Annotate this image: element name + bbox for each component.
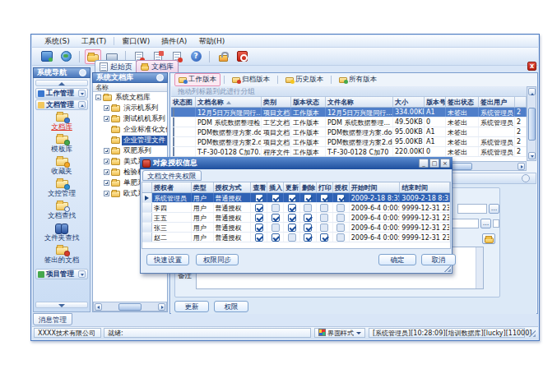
ui-style-selector[interactable]: 界面样式 <box>314 328 365 338</box>
dialog-resize-grip[interactable] <box>444 265 451 272</box>
collapse-icon[interactable] <box>78 101 86 108</box>
menu-item[interactable]: 工具(T) <box>76 35 113 48</box>
help-button[interactable]: ? <box>188 49 204 64</box>
checked-checkbox[interactable] <box>336 194 345 202</box>
pin-icon[interactable] <box>522 174 530 182</box>
checked-checkbox[interactable] <box>288 224 296 232</box>
column-header-授权者[interactable]: 授权者 <box>152 182 192 192</box>
ok-button[interactable]: 确定 <box>378 254 416 265</box>
nav-scroll-down[interactable] <box>35 302 88 308</box>
column-header-查看[interactable]: 查看 <box>251 182 267 192</box>
nav-section-项目管理[interactable]: 项目管理 <box>35 269 88 279</box>
expand-icon[interactable] <box>104 105 109 111</box>
globe-button[interactable] <box>58 49 74 64</box>
checked-checkbox[interactable] <box>288 204 296 212</box>
close-icon[interactable]: × <box>440 159 450 168</box>
detail-field-3[interactable] <box>493 219 499 228</box>
checked-checkbox[interactable] <box>255 204 263 212</box>
column-header-版本号[interactable]: 版本号 <box>425 97 446 108</box>
expand-icon[interactable] <box>104 180 109 186</box>
update-button[interactable]: 更新 <box>174 301 209 312</box>
tree-node-系统文档库[interactable]: 系统文档库 <box>93 92 167 103</box>
column-header-更新[interactable]: 更新 <box>284 182 300 192</box>
checked-checkbox[interactable] <box>255 224 263 232</box>
permission-button[interactable]: 权限 <box>214 301 248 312</box>
unchecked-checkbox[interactable] <box>336 204 345 212</box>
tree-panel-button[interactable] <box>156 74 164 81</box>
scroll-left-icon[interactable] <box>95 303 102 311</box>
table-vscrollbar[interactable] <box>527 86 536 161</box>
table-vscroll-thumb[interactable] <box>528 108 536 141</box>
nav-collapse-icon[interactable] <box>79 69 86 76</box>
sidebar-item-模板库[interactable]: 模板库 <box>35 134 88 155</box>
menu-item[interactable]: 系统(S) <box>39 35 76 48</box>
tree-node-企业标准化文件[interactable]: 企业标准化文件 <box>93 124 167 135</box>
column-header-授权方式[interactable]: 授权方式 <box>214 182 252 192</box>
window-resize-grip[interactable] <box>528 330 536 337</box>
column-header-授权[interactable]: 授权 <box>333 182 350 192</box>
browse-button[interactable]: ... <box>480 219 491 228</box>
tab-message-management[interactable]: 消息管理 <box>33 313 72 325</box>
group-by-bar[interactable]: 拖动列标题到此进行分组 <box>171 86 527 97</box>
table-row[interactable]: 12月5日万兴隆同行...项目文档工作版本12月5日万兴隆同行...334.00… <box>171 108 527 118</box>
remark-scrollbar[interactable] <box>476 247 483 288</box>
menu-item[interactable]: 插件(A) <box>155 35 193 48</box>
checked-checkbox[interactable] <box>320 194 328 202</box>
unchecked-checkbox[interactable] <box>304 204 312 212</box>
tree-node-企业管理文件[interactable]: 企业管理文件 <box>93 135 167 145</box>
checked-checkbox[interactable] <box>255 194 263 202</box>
column-header-签出状态[interactable]: 签出状态 <box>446 97 479 108</box>
unchecked-checkbox[interactable] <box>272 224 280 232</box>
column-header-签出用户[interactable]: 签出用户 <box>479 97 515 108</box>
column-header-版本状态[interactable]: 版本状态 <box>291 97 326 108</box>
unchecked-checkbox[interactable] <box>320 204 328 212</box>
table-row[interactable]: PDM 系统数据整理检...工艺文档工作版本PDM 系统数据整理...49.50… <box>171 118 527 127</box>
sidebar-item-文控管理[interactable]: 文控管理 <box>35 178 88 200</box>
expand-icon[interactable] <box>104 116 109 122</box>
scroll-right-icon[interactable] <box>517 163 525 170</box>
unchecked-checkbox[interactable] <box>336 233 345 242</box>
unchecked-checkbox[interactable] <box>320 224 328 232</box>
detail-field-1[interactable] <box>457 204 487 214</box>
version-button-历史版本[interactable]: 历史版本 <box>281 73 327 86</box>
tab-doc-folder-permission[interactable]: 文档文件夹权限 <box>142 170 202 181</box>
column-header-删除[interactable]: 删除 <box>300 182 317 192</box>
tree-hscroll-thumb[interactable] <box>118 303 142 311</box>
minimize-icon[interactable]: _ <box>419 159 429 168</box>
checked-checkbox[interactable] <box>304 194 312 202</box>
column-header-extra[interactable] <box>515 97 527 108</box>
quick-setup-button[interactable]: 快速设置 <box>146 254 189 265</box>
tree-node-双肥系列[interactable]: 双肥系列 <box>93 145 167 156</box>
column-header-文档名称[interactable]: 文档名称 <box>196 97 262 108</box>
nav-section-文档管理[interactable]: 文档管理 <box>35 99 88 110</box>
expand-icon[interactable] <box>78 90 86 97</box>
tree-node-测试机机系列[interactable]: 测试机机系列 <box>93 113 167 124</box>
sidebar-item-文档库[interactable]: 文档库 <box>35 112 88 133</box>
tab-start-page[interactable]: 起始页 <box>95 60 137 72</box>
column-header-文件名称[interactable]: 文件名称 <box>326 97 393 108</box>
column-header-大小[interactable]: 大小 <box>393 97 425 108</box>
column-header-状态图[interactable]: 状态图 <box>171 97 196 108</box>
detail-field-2[interactable] <box>451 219 479 228</box>
unchecked-checkbox[interactable] <box>336 224 345 232</box>
column-header-打印[interactable]: 打印 <box>317 182 333 192</box>
unchecked-checkbox[interactable] <box>320 214 328 222</box>
authorization-row[interactable]: 系统管理员用户普通授权2009-2-18 8:35:573009-2-18 8:… <box>142 193 450 203</box>
checked-checkbox[interactable] <box>304 233 312 242</box>
column-header-结束时间[interactable]: 结束时间 <box>400 182 450 192</box>
checked-checkbox[interactable] <box>272 233 280 242</box>
sidebar-item-签出的文档[interactable]: 签出的文档 <box>35 245 88 266</box>
checked-checkbox[interactable] <box>272 194 280 202</box>
expand-icon[interactable] <box>78 270 86 278</box>
checked-checkbox[interactable] <box>255 233 263 242</box>
collapse-icon[interactable] <box>95 95 101 100</box>
open-folder-button[interactable] <box>482 233 495 244</box>
expand-icon[interactable] <box>104 148 109 154</box>
lock-button[interactable] <box>215 49 231 64</box>
unchecked-checkbox[interactable] <box>336 214 345 222</box>
checked-checkbox[interactable] <box>272 214 280 222</box>
sidebar-item-收藏夹[interactable]: 收藏夹 <box>35 156 88 178</box>
authorization-row[interactable]: 赵二用户普通授权2009-6-4 0:00:009999-12-31 23:59… <box>142 233 450 242</box>
expand-icon[interactable] <box>104 159 109 164</box>
nav-scroll-up[interactable] <box>35 80 88 86</box>
